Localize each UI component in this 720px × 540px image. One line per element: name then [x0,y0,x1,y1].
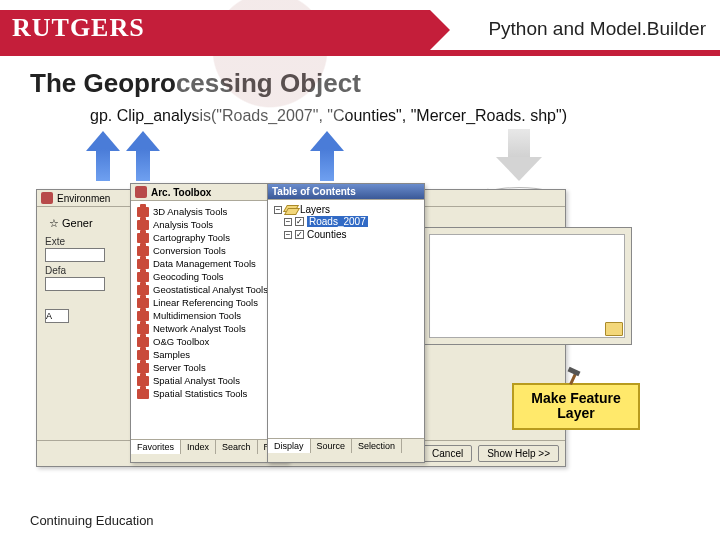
toolbox-tabs: Favorites Index Search Results [131,439,287,454]
hammer-icon [564,369,582,387]
layer-name-selected[interactable]: Roads_2007 [307,216,368,227]
diagram-canvas: Environmen ☆ Gener Exte Defa OK Cancel S… [30,131,690,491]
slide-title: The Geoprocessing Object [30,68,720,99]
arrow-down-icon [496,129,542,183]
toolbox-node-icon [137,259,149,269]
toc-tabs: Display Source Selection [268,438,424,453]
header-banner: RUTGERS Python and Model.Builder [0,0,720,56]
tab-search[interactable]: Search [216,440,258,454]
default-input[interactable] [45,277,105,291]
mfl-line2: Layer [557,405,594,421]
tab-selection[interactable]: Selection [352,439,402,453]
toolbox-item[interactable]: Linear Referencing Tools [137,296,281,309]
tab-source[interactable]: Source [311,439,353,453]
presentation-title: Python and Model.Builder [488,18,706,40]
rutgers-logo: RUTGERS [12,13,145,43]
arrow-up-icon [128,131,158,181]
collapse-icon[interactable]: − [284,231,292,239]
toc-layer-item[interactable]: − ✓ Roads_2007 [284,215,418,228]
layers-root[interactable]: Layers [300,204,330,215]
toolbox-list: 3D Analysis Tools Analysis Tools Cartogr… [137,205,281,400]
layers-icon [285,205,297,215]
arrow-up-icon [312,131,342,181]
toolbox-item[interactable]: Geostatistical Analyst Tools [137,283,281,296]
toc-layer-item[interactable]: − ✓ Counties [284,228,418,241]
toolbox-node-icon [137,376,149,386]
window-title: Table of Contents [272,186,356,197]
toolbox-node-icon [137,311,149,321]
toolbox-item[interactable]: Geocoding Tools [137,270,281,283]
arrow-up-icon [88,131,118,181]
window-title: Environmen [57,193,110,204]
toolbox-node-icon [137,337,149,347]
toolbox-node-icon [137,389,149,399]
toolbox-node-icon [137,324,149,334]
show-help-button[interactable]: Show Help >> [478,445,559,462]
empty-dialog[interactable] [422,227,632,345]
toolbox-item[interactable]: Multidimension Tools [137,309,281,322]
cancel-button[interactable]: Cancel [423,445,472,462]
small-input[interactable] [45,309,69,323]
layer-checkbox[interactable]: ✓ [295,217,304,226]
mfl-line1: Make Feature [531,390,620,406]
collapse-icon[interactable]: − [284,218,292,226]
layer-name[interactable]: Counties [307,229,346,240]
toolbox-node-icon [137,207,149,217]
toolbox-node-icon [137,220,149,230]
toolbox-node-icon [137,233,149,243]
toolbox-node-icon [137,350,149,360]
arctoolbox-window[interactable]: Arc. Toolbox 3D Analysis Tools Analysis … [130,183,288,463]
collapse-icon[interactable]: − [274,206,282,214]
make-feature-layer-box[interactable]: Make Feature Layer [512,383,640,430]
titlebar[interactable]: Table of Contents [268,184,424,200]
toolbox-item[interactable]: Analysis Tools [137,218,281,231]
toolbox-item[interactable]: Spatial Analyst Tools [137,374,281,387]
toolbox-item[interactable]: Cartography Tools [137,231,281,244]
toolbox-item[interactable]: Spatial Statistics Tools [137,387,281,400]
footer-text: Continuing Education [30,513,154,528]
toolbox-node-icon [137,298,149,308]
tab-favorites[interactable]: Favorites [131,440,181,454]
layer-checkbox[interactable]: ✓ [295,230,304,239]
toolbox-item[interactable]: O&G Toolbox [137,335,281,348]
tab-index[interactable]: Index [181,440,216,454]
code-example: gp. Clip_analysis("Roads_2007", "Countie… [90,107,720,125]
toolbox-item[interactable]: Server Tools [137,361,281,374]
section-label: Gener [62,217,93,229]
toolbox-item[interactable]: Conversion Tools [137,244,281,257]
extent-input[interactable] [45,248,105,262]
toolbox-item[interactable]: Network Analyst Tools [137,322,281,335]
toolbox-node-icon [137,285,149,295]
titlebar[interactable]: Arc. Toolbox [131,184,287,201]
toc-window[interactable]: Table of Contents − Layers − ✓ Roads_200… [267,183,425,463]
toolbox-node-icon [137,363,149,373]
tab-display[interactable]: Display [268,439,311,453]
browse-folder-icon[interactable] [605,322,623,336]
toolbox-icon [135,186,147,198]
toolbox-item[interactable]: Data Management Tools [137,257,281,270]
toolbox-item[interactable]: 3D Analysis Tools [137,205,281,218]
red-underline [0,50,720,56]
toolbox-node-icon [137,246,149,256]
window-title: Arc. Toolbox [151,187,211,198]
toolbox-item[interactable]: Samples [137,348,281,361]
app-icon [41,192,53,204]
toolbox-node-icon [137,272,149,282]
